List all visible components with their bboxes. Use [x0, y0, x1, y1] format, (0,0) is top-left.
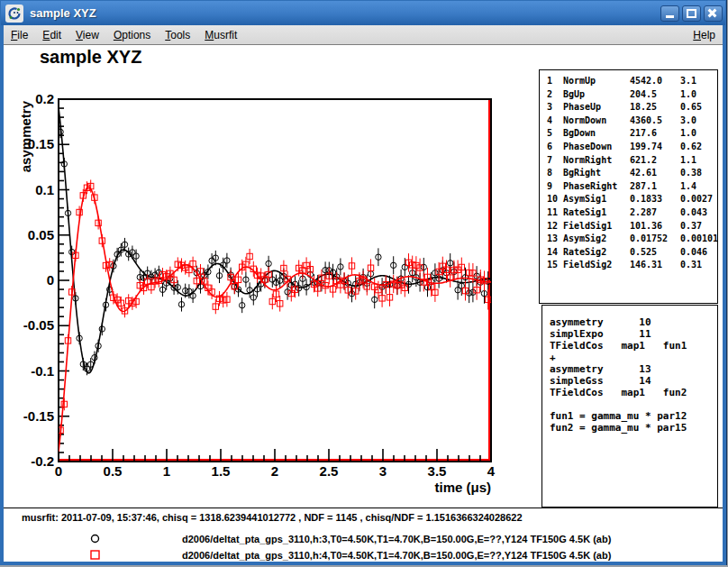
- svg-text:-0.1: -0.1: [31, 363, 54, 379]
- param-row: 2BgUp204.51.0: [540, 88, 717, 102]
- menu-item-edit[interactable]: Edit: [35, 27, 68, 43]
- menu-item-file[interactable]: File: [4, 27, 35, 43]
- menu-bar: FileEditViewOptionsToolsMusrfitHelp: [4, 25, 723, 45]
- svg-text:3.5: 3.5: [428, 463, 447, 479]
- root-canvas[interactable]: sample XYZ 00.511.522.533.540.20.150.10.…: [4, 45, 723, 562]
- svg-text:0.2: 0.2: [35, 91, 54, 106]
- param-row: 8BgRight42.610.38: [540, 167, 717, 180]
- minimize-button[interactable]: [660, 5, 679, 22]
- svg-text:0.05: 0.05: [28, 227, 54, 242]
- svg-text:4: 4: [487, 463, 496, 479]
- theory-line: simplExpo 11: [550, 328, 717, 340]
- param-row: 4NormDown4360.53.0: [540, 114, 717, 128]
- theory-line: fun1 = gamma_mu * par12: [550, 410, 717, 422]
- close-button[interactable]: [704, 5, 723, 22]
- svg-text:0.5: 0.5: [104, 463, 123, 479]
- fit-parameter-box: 1NormUp4542.03.12BgUp204.51.03PhaseUp18.…: [539, 69, 718, 304]
- theory-line: asymmetry 10: [550, 316, 717, 328]
- legend-row: d2006/deltat_pta_gps_3110,h:4,T0=4.50K,T…: [4, 548, 723, 562]
- svg-text:0: 0: [47, 272, 54, 288]
- theory-line: fun2 = gamma_mu * par15: [550, 422, 717, 434]
- menu-item-view[interactable]: View: [68, 27, 106, 43]
- svg-text:2: 2: [271, 463, 278, 479]
- app-window: sample XYZ FileEditViewOptionsToolsMusrf…: [0, 0, 726, 565]
- param-row: 14RateSig20.5250.046: [540, 246, 717, 260]
- svg-text:0.1: 0.1: [35, 182, 54, 197]
- svg-text:1: 1: [163, 463, 170, 479]
- param-row: 13AsymSig20.017520.00101: [540, 233, 717, 246]
- theory-line: TFieldCos map1 fun2: [550, 387, 717, 398]
- param-row: 12FieldSig1101.360.37: [540, 220, 717, 233]
- svg-text:1.5: 1.5: [212, 463, 231, 479]
- param-row: 15FieldSig2146.310.31: [540, 259, 717, 272]
- fit-statistics-line: musrfit: 2011-07-09, 15:37:46, chisq = 1…: [22, 512, 523, 523]
- param-row: 5BgDown217.61.0: [540, 127, 717, 141]
- maximize-icon: [687, 9, 696, 18]
- menu-item-tools[interactable]: Tools: [158, 27, 197, 43]
- menu-item-options[interactable]: Options: [106, 27, 158, 43]
- theory-box: asymmetry 10simplExpo 11TFieldCos map1 f…: [541, 305, 718, 508]
- legend-square-marker-icon: [88, 548, 102, 562]
- param-row: 3PhaseUp18.250.65: [540, 101, 717, 114]
- series-h3-up-data-and-fit: [58, 107, 491, 375]
- svg-text:time (μs): time (μs): [434, 480, 491, 495]
- theory-line: [550, 398, 717, 410]
- svg-text:-0.2: -0.2: [31, 453, 54, 469]
- legend-circle-marker-icon: [88, 532, 102, 545]
- title-bar: sample XYZ: [1, 1, 725, 25]
- theory-line: +: [550, 352, 717, 363]
- maximize-button[interactable]: [682, 5, 701, 22]
- param-row: 10AsymSig10.18330.0027: [540, 193, 717, 206]
- series-h4-down-data-and-fit: [58, 179, 491, 451]
- svg-text:-0.05: -0.05: [23, 317, 54, 333]
- legend-dataset-label: d2006/deltat_pta_gps_3110,h:3,T0=4.50K,T…: [182, 534, 611, 544]
- window-title: sample XYZ: [30, 6, 660, 20]
- menu-item-musrfit[interactable]: Musrfit: [197, 27, 244, 43]
- theory-line: asymmetry 13: [550, 363, 717, 375]
- theory-line: TFieldCos map1 fun1: [550, 340, 717, 352]
- svg-text:2.5: 2.5: [320, 463, 339, 479]
- svg-text:asymmetry: asymmetry: [18, 100, 33, 172]
- param-row: 11RateSig12.2870.043: [540, 206, 717, 220]
- root-logo-icon: [5, 5, 23, 23]
- theory-line: simpleGss 14: [550, 375, 717, 387]
- svg-text:-0.15: -0.15: [23, 408, 54, 424]
- svg-text:0: 0: [55, 463, 62, 479]
- param-row: 9PhaseRight287.11.4: [540, 180, 717, 194]
- footer-divider: [4, 508, 723, 508]
- legend-row: d2006/deltat_pta_gps_3110,h:3,T0=4.50K,T…: [4, 532, 723, 545]
- svg-text:3: 3: [379, 463, 387, 479]
- minimize-icon: [666, 15, 674, 18]
- param-row: 6PhaseDown199.740.62: [540, 141, 717, 154]
- menu-item-help[interactable]: Help: [686, 27, 723, 43]
- legend-dataset-label: d2006/deltat_pta_gps_3110,h:4,T0=4.50K,T…: [182, 550, 611, 561]
- param-row: 1NormUp4542.03.1: [540, 75, 717, 88]
- plot-svg[interactable]: 00.511.522.533.540.20.150.10.050-0.05-0.…: [4, 45, 541, 508]
- param-row: 7NormRight621.21.1: [540, 154, 717, 168]
